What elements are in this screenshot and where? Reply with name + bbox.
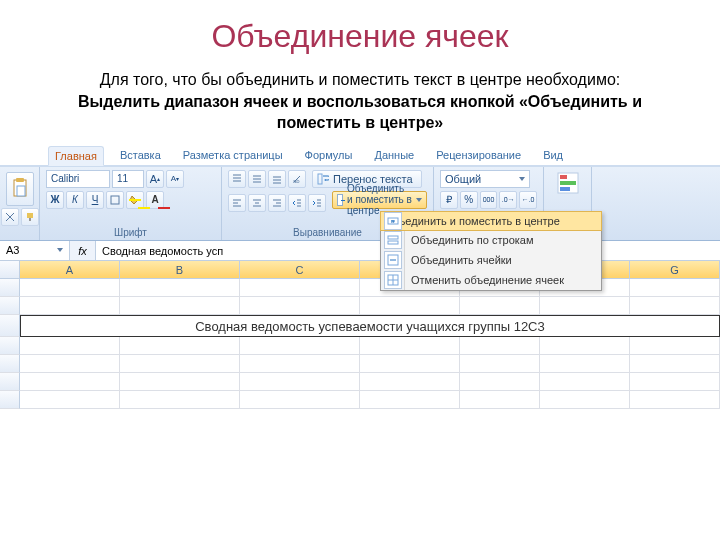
spreadsheet-grid[interactable]: Сводная ведомость успеваемости учащихся …	[0, 279, 720, 409]
svg-rect-11	[560, 187, 570, 191]
border-icon	[110, 195, 120, 205]
format-painter-button[interactable]	[21, 208, 39, 226]
merge-dropdown-menu: a Объединить и поместить в центре Объеди…	[380, 211, 602, 291]
instruction-bold: Выделить диапазон ячеек и воспользоватьс…	[78, 93, 642, 132]
align-left-button[interactable]	[228, 194, 246, 212]
unmerge-cells-label: Отменить объединение ячеек	[411, 274, 564, 286]
cut-button[interactable]	[1, 208, 19, 226]
merge-and-center-item[interactable]: a Объединить и поместить в центре	[380, 211, 602, 231]
svg-rect-2	[17, 186, 25, 196]
percent-button[interactable]: %	[460, 191, 478, 209]
decrease-decimal-button[interactable]: ←.0	[519, 191, 537, 209]
chevron-down-icon	[416, 198, 422, 202]
column-header-g[interactable]: G	[630, 261, 720, 278]
scissors-icon	[5, 212, 15, 222]
tab-page-layout[interactable]: Разметка страницы	[177, 146, 289, 165]
comma-icon: 000	[483, 196, 495, 203]
merge-center-icon: a	[384, 212, 402, 230]
slide-instruction-text: Для того, что бы объединить и поместить …	[60, 69, 660, 134]
align-center-button[interactable]	[248, 194, 266, 212]
decrease-decimal-icon: ←.0	[522, 196, 535, 203]
svg-rect-1	[16, 178, 24, 182]
number-format-select[interactable]: Общий	[440, 170, 530, 188]
merge-cells-item[interactable]: Объединить ячейки	[381, 250, 601, 270]
orientation-button[interactable]: ab	[288, 170, 306, 188]
merge-center-icon	[337, 194, 343, 206]
align-center-icon	[252, 198, 262, 208]
column-headers: A B C D E F G	[0, 261, 720, 279]
comma-button[interactable]: 000	[480, 191, 498, 209]
tab-insert[interactable]: Вставка	[114, 146, 167, 165]
align-bottom-icon	[272, 174, 282, 184]
tab-view[interactable]: Вид	[537, 146, 569, 165]
chevron-down-icon	[57, 248, 63, 252]
svg-text:ab: ab	[293, 178, 300, 184]
select-all-corner[interactable]	[0, 261, 20, 279]
align-right-button[interactable]	[268, 194, 286, 212]
svg-rect-10	[560, 181, 576, 185]
name-box-value: A3	[6, 240, 19, 260]
increase-decimal-button[interactable]: .0→	[499, 191, 517, 209]
font-group-label: Шрифт	[46, 227, 215, 240]
tab-review[interactable]: Рецензирование	[430, 146, 527, 165]
tab-data[interactable]: Данные	[368, 146, 420, 165]
svg-rect-9	[560, 175, 567, 179]
column-header-a[interactable]: A	[20, 261, 120, 278]
percent-icon: %	[464, 194, 473, 205]
number-format-label: Общий	[445, 171, 481, 187]
align-right-icon	[272, 198, 282, 208]
merged-cell[interactable]: Сводная ведомость успеваемости учащихся …	[20, 315, 720, 337]
font-size-select[interactable]: 11	[112, 170, 144, 188]
svg-rect-7	[318, 174, 322, 184]
currency-button[interactable]: ₽	[440, 191, 458, 209]
paste-button[interactable]	[6, 172, 34, 206]
svg-rect-4	[29, 218, 31, 221]
align-top-button[interactable]	[228, 170, 246, 188]
font-group: Calibri 11 A▴ A▾ Ж К Ч A Шрифт	[40, 167, 222, 240]
tab-home[interactable]: Главная	[48, 146, 104, 166]
increase-decimal-icon: .0→	[502, 196, 515, 203]
name-box[interactable]: A3	[0, 241, 70, 260]
clipboard-group	[0, 167, 40, 240]
currency-icon: ₽	[446, 194, 452, 205]
svg-rect-14	[388, 236, 398, 239]
clipboard-label	[18, 227, 21, 240]
chevron-down-icon	[519, 177, 525, 181]
tab-formulas[interactable]: Формулы	[299, 146, 359, 165]
merge-center-button[interactable]: Объединить и поместить в центре	[332, 191, 427, 209]
column-header-c[interactable]: C	[240, 261, 360, 278]
unmerge-icon	[384, 271, 402, 289]
align-left-icon	[232, 198, 242, 208]
unmerge-cells-item[interactable]: Отменить объединение ячеек	[381, 270, 601, 290]
grow-font-icon: A	[150, 173, 157, 185]
merge-across-item[interactable]: Объединить по строкам	[381, 230, 601, 250]
formula-bar: A3 fx Сводная ведомость усп	[0, 241, 720, 261]
decrease-indent-icon	[292, 198, 302, 208]
ribbon: Calibri 11 A▴ A▾ Ж К Ч A Шрифт	[0, 166, 720, 241]
conditional-formatting-icon	[556, 171, 580, 195]
increase-indent-button[interactable]	[308, 194, 326, 212]
instruction-plain: Для того, что бы объединить и поместить …	[100, 71, 620, 88]
grid-row-merged: Сводная ведомость успеваемости учащихся …	[0, 315, 720, 337]
merge-and-center-label: Объединить и поместить в центре	[384, 215, 560, 227]
align-top-icon	[232, 174, 242, 184]
align-middle-button[interactable]	[248, 170, 266, 188]
decrease-indent-button[interactable]	[288, 194, 306, 212]
svg-rect-3	[27, 213, 33, 218]
fx-label[interactable]: fx	[70, 241, 96, 260]
brush-icon	[25, 212, 35, 222]
ribbon-tabs: Главная Вставка Разметка страницы Формул…	[0, 144, 720, 166]
merge-across-icon	[384, 231, 402, 249]
svg-rect-15	[388, 241, 398, 244]
column-header-b[interactable]: B	[120, 261, 240, 278]
clipboard-icon	[11, 178, 29, 200]
grow-font-button[interactable]: A▴	[146, 170, 164, 188]
svg-rect-5	[111, 196, 119, 204]
merge-across-label: Объединить по строкам	[411, 234, 534, 246]
increase-indent-icon	[312, 198, 322, 208]
font-name-select[interactable]: Calibri	[46, 170, 110, 188]
merge-cells-icon	[384, 251, 402, 269]
merge-cells-label: Объединить ячейки	[411, 254, 512, 266]
align-bottom-button[interactable]	[268, 170, 286, 188]
shrink-font-button[interactable]: A▾	[166, 170, 184, 188]
